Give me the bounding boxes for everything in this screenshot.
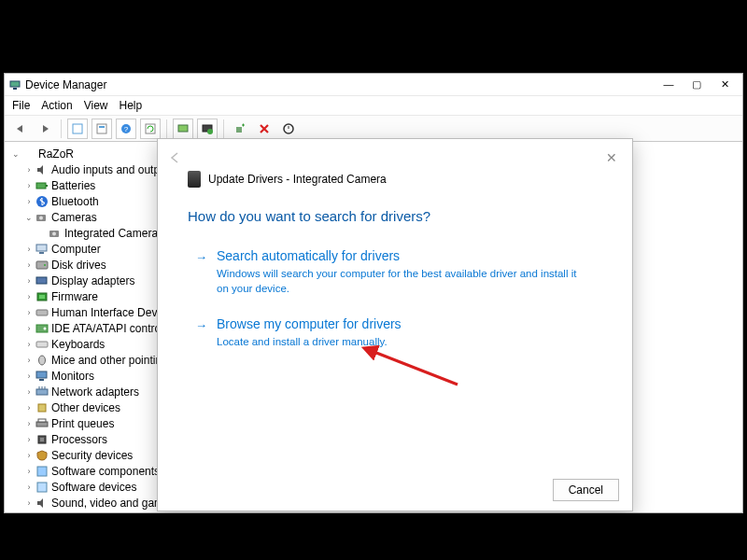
- svg-rect-35: [38, 404, 46, 412]
- expander-icon[interactable]: ›: [23, 276, 35, 286]
- svg-point-17: [39, 216, 43, 219]
- expander-icon[interactable]: ›: [23, 308, 35, 317]
- uninstall-button[interactable]: [254, 119, 275, 139]
- svg-rect-41: [37, 483, 47, 492]
- option-browse-computer[interactable]: → Browse my computer for drivers Locate …: [158, 301, 632, 356]
- tree-label: Integrated Camera: [64, 227, 158, 240]
- svg-rect-24: [36, 277, 47, 284]
- tree-label: Firmware: [51, 290, 98, 303]
- expander-icon[interactable]: ›: [23, 165, 35, 175]
- svg-rect-30: [36, 342, 48, 347]
- help-button[interactable]: ?: [116, 119, 136, 139]
- svg-text:?: ?: [124, 125, 129, 133]
- device-category-icon: [35, 259, 49, 272]
- device-category-icon: [35, 195, 49, 208]
- properties-button[interactable]: [92, 119, 112, 139]
- dialog-title: Update Drivers - Integrated Camera: [208, 173, 387, 186]
- expander-icon[interactable]: ⌄: [10, 149, 21, 159]
- device-category-icon: [35, 497, 49, 510]
- expander-icon[interactable]: ›: [23, 197, 35, 206]
- back-button[interactable]: [10, 119, 31, 139]
- scan-button[interactable]: [173, 119, 193, 139]
- device-category-icon: [35, 179, 49, 192]
- svg-rect-3: [97, 124, 106, 133]
- expander-icon[interactable]: ›: [23, 356, 35, 365]
- tree-label: Network adapters: [51, 385, 139, 399]
- expander-icon[interactable]: ›: [23, 419, 35, 428]
- expander-icon[interactable]: ›: [23, 483, 35, 492]
- device-category-icon: [35, 354, 49, 367]
- device-category-icon: [48, 227, 63, 240]
- expander-icon[interactable]: ›: [23, 435, 35, 444]
- svg-rect-21: [39, 252, 44, 254]
- forward-button[interactable]: [35, 119, 55, 139]
- expander-icon[interactable]: ›: [23, 181, 35, 190]
- tree-label: RaZoR: [38, 147, 74, 161]
- expander-icon[interactable]: ›: [23, 403, 35, 413]
- update-driver-button[interactable]: [197, 119, 218, 139]
- tree-label: Processors: [51, 433, 107, 446]
- option-title: Search automatically for drivers: [217, 248, 581, 263]
- menu-view[interactable]: View: [84, 99, 108, 112]
- tree-label: Print queues: [51, 417, 114, 430]
- svg-rect-37: [38, 419, 46, 422]
- svg-rect-2: [73, 124, 82, 133]
- svg-rect-0: [10, 81, 20, 87]
- tree-label: Disk drives: [51, 259, 106, 272]
- expander-icon[interactable]: ›: [23, 245, 35, 254]
- close-button[interactable]: ✕: [711, 75, 739, 95]
- app-icon: [8, 78, 21, 91]
- expander-icon[interactable]: ›: [23, 371, 35, 381]
- svg-point-19: [52, 231, 56, 235]
- refresh-button[interactable]: [140, 119, 161, 139]
- expander-icon[interactable]: ›: [23, 292, 35, 301]
- tree-label: Software devices: [51, 481, 136, 494]
- svg-point-10: [207, 129, 213, 134]
- tree-label: Monitors: [51, 370, 94, 383]
- titlebar: Device Manager — ▢ ✕: [5, 74, 742, 96]
- option-title: Browse my computer for drivers: [217, 316, 402, 331]
- dialog-back-button[interactable]: [165, 147, 186, 168]
- svg-rect-14: [46, 185, 48, 187]
- minimize-button[interactable]: —: [655, 75, 683, 95]
- menu-file[interactable]: File: [12, 99, 30, 112]
- option-search-automatically[interactable]: → Search automatically for drivers Windo…: [158, 233, 632, 301]
- show-hidden-button[interactable]: [67, 119, 88, 139]
- enable-button[interactable]: [278, 119, 299, 139]
- expander-icon[interactable]: ›: [23, 387, 35, 397]
- expander-icon[interactable]: ›: [23, 324, 35, 333]
- tree-label: Software components: [51, 465, 160, 478]
- device-category-icon: [35, 338, 49, 351]
- tree-label: Other devices: [51, 401, 120, 414]
- device-category-icon: [35, 401, 49, 414]
- expander-icon[interactable]: ›: [23, 340, 35, 349]
- dialog-header: Update Drivers - Integrated Camera: [158, 171, 632, 188]
- device-category-icon: [35, 306, 49, 319]
- svg-rect-40: [37, 467, 47, 476]
- tree-label: Display adapters: [51, 274, 134, 287]
- expander-icon[interactable]: ›: [23, 467, 35, 476]
- svg-point-23: [44, 264, 46, 266]
- cancel-button[interactable]: Cancel: [553, 479, 619, 501]
- option-desc: Locate and install a driver manually.: [217, 335, 402, 350]
- add-device-button[interactable]: [230, 119, 250, 139]
- tree-label: Cameras: [51, 211, 97, 224]
- menu-help[interactable]: Help: [120, 99, 143, 112]
- expander-icon[interactable]: ›: [23, 260, 35, 270]
- device-category-icon: [35, 417, 49, 430]
- device-category-icon: [35, 433, 49, 446]
- device-category-icon: [35, 465, 49, 478]
- expander-icon[interactable]: ›: [23, 451, 35, 460]
- expander-icon[interactable]: ⌄: [23, 213, 35, 222]
- dialog-question: How do you want to search for drivers?: [158, 188, 632, 233]
- tree-label: Batteries: [51, 179, 95, 192]
- device-category-icon: [35, 385, 49, 399]
- device-category-icon: [35, 290, 49, 303]
- device-category-icon: [35, 370, 49, 383]
- dialog-close-button[interactable]: ✕: [599, 145, 625, 171]
- menu-action[interactable]: Action: [41, 99, 72, 112]
- device-category-icon: [35, 449, 49, 462]
- expander-icon[interactable]: ›: [23, 498, 35, 508]
- maximize-button[interactable]: ▢: [683, 75, 711, 95]
- svg-rect-34: [36, 389, 48, 395]
